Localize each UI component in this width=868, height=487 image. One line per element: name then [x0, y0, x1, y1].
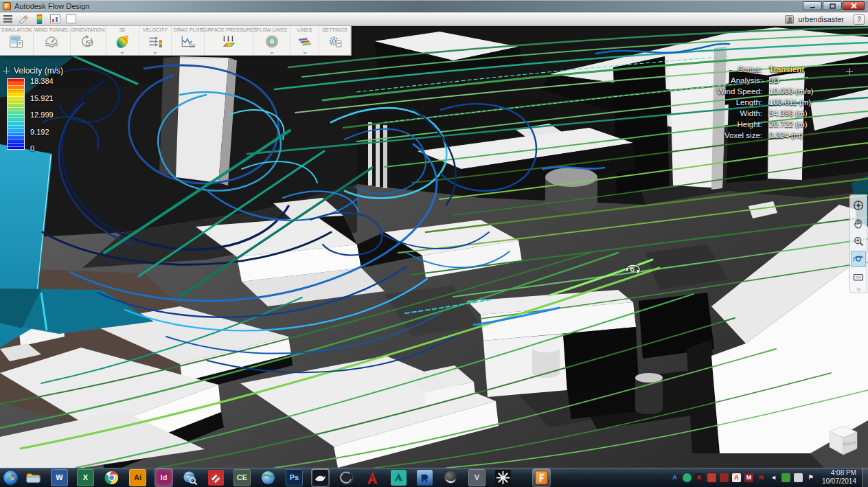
surface-pressures-icon — [220, 33, 237, 51]
chrome-taskbar-icon[interactable] — [103, 469, 120, 486]
indesign-taskbar-icon[interactable]: Id — [155, 469, 172, 486]
volume-tray-icon[interactable]: ◄ — [769, 473, 778, 482]
info-label: Status: — [678, 65, 762, 73]
view-cube[interactable]: RIGHT — [821, 420, 864, 466]
spray-icon[interactable] — [18, 14, 30, 24]
cityengine-taskbar-icon[interactable]: CE — [233, 469, 251, 486]
m-tray-icon[interactable]: M — [744, 473, 753, 482]
info-value: 20.722 (m) — [769, 120, 841, 128]
colorbar-icon[interactable] — [34, 14, 45, 24]
tab-label: WIND TUNNEL — [34, 27, 69, 32]
menu-icon[interactable] — [2, 14, 14, 24]
legend-title: Velocity (m/s) — [14, 66, 63, 76]
app-glyph: W — [51, 469, 68, 486]
revit-taskbar-icon[interactable] — [416, 469, 433, 486]
info-label: Length: — [678, 98, 762, 106]
move-handle-icon[interactable] — [3, 67, 10, 74]
audio-red-tray-icon[interactable] — [720, 473, 729, 482]
tab-label: FLOW LINES — [257, 27, 287, 32]
quick-access-toolbar — [2, 14, 77, 24]
earth-search-taskbar-icon[interactable] — [181, 469, 198, 486]
tab-wind-tunnel[interactable]: WIND TUNNEL — [34, 26, 71, 55]
n-tray-icon[interactable]: N — [757, 473, 766, 482]
info-value: Transient — [769, 65, 841, 73]
pin-tray-icon[interactable] — [707, 473, 716, 482]
acrobat-tray-icon[interactable]: A — [732, 473, 741, 482]
illustrator-taskbar-icon[interactable]: Ai — [129, 469, 146, 486]
start-button[interactable] — [2, 469, 19, 486]
starburst-taskbar-icon[interactable] — [494, 469, 512, 486]
dark-sphere-taskbar-icon[interactable] — [442, 469, 459, 486]
username-label[interactable]: urbendisaster — [798, 15, 844, 23]
eco-tray-icon[interactable] — [781, 473, 790, 482]
app-glyph: Ps — [286, 469, 303, 486]
word-taskbar-icon[interactable]: W — [51, 469, 68, 486]
user-avatar[interactable] — [785, 15, 794, 24]
tab-orientation[interactable]: ORIENTATION — [71, 26, 106, 55]
tab-lines[interactable]: LINES — [290, 26, 319, 55]
tab-settings[interactable]: SETTINGS — [319, 26, 351, 55]
app-glyph: Ai — [129, 469, 146, 486]
rhino-taskbar-icon[interactable] — [312, 469, 329, 486]
google-earth-taskbar-icon[interactable] — [260, 469, 277, 486]
sketchup-taskbar-icon[interactable] — [207, 469, 225, 486]
autodesk-tray-icon[interactable]: A — [670, 473, 679, 482]
chart-icon[interactable] — [49, 14, 61, 24]
ribbon-toolbar: SIMULATIONWIND TUNNELORIENTATION3DVELOCI… — [0, 26, 352, 56]
info-value: 103.611 (m) — [769, 98, 841, 106]
steering-wheel-icon[interactable] — [851, 197, 866, 214]
legend-colorbar — [7, 78, 25, 150]
info-value: 54.396 (m) — [769, 109, 841, 117]
maximize-button[interactable] — [823, 1, 842, 10]
app-glyph: V — [468, 469, 486, 486]
legend-tick: 12.999 — [30, 111, 54, 119]
3dsmax-taskbar-icon[interactable] — [390, 469, 407, 486]
tab-velocity[interactable]: VELOCITY — [139, 26, 172, 55]
info-label: Width: — [678, 109, 762, 117]
look-at-icon[interactable] — [851, 269, 866, 285]
vray-taskbar-icon[interactable]: V — [468, 469, 486, 486]
close-button[interactable] — [843, 1, 865, 10]
autocad-taskbar-icon[interactable] — [364, 469, 381, 486]
taskbar: WXAiIdCEPsV AKAMN◄⚑ 4:08 PM 10/07/2014 — [0, 468, 868, 487]
orbit-icon[interactable] — [851, 251, 866, 267]
tab-flow-lines[interactable]: FLOW LINES — [253, 26, 290, 55]
pan-hand-icon[interactable] — [851, 215, 866, 231]
info-label: Height: — [678, 120, 762, 128]
tab-label: DRAG PLOT — [174, 27, 203, 32]
legend-tick: 9.192 — [30, 128, 54, 136]
new-window-icon[interactable] — [65, 14, 77, 24]
chevron-down-icon — [120, 52, 124, 54]
taskbar-clock[interactable]: 4:08 PM 10/07/2014 — [822, 469, 856, 486]
explorer-taskbar-icon[interactable] — [25, 469, 42, 486]
tab-label: SETTINGS — [322, 27, 347, 32]
svg-text:Cd: Cd — [189, 43, 195, 48]
tab-label: LINES — [297, 27, 312, 32]
move-handle-icon[interactable] — [846, 68, 853, 75]
excel-taskbar-icon[interactable]: X — [77, 469, 94, 486]
photoshop-taskbar-icon[interactable]: Ps — [286, 469, 303, 486]
snip-tray-icon[interactable]: K — [695, 473, 704, 482]
tab-simulation[interactable]: SIMULATION — [0, 26, 34, 55]
simulation-icon — [8, 33, 25, 51]
legend-tick: 0 — [30, 144, 54, 152]
tab-surface-pressures[interactable]: SURFACE PRESSURES — [205, 26, 253, 55]
velocity-icon — [147, 33, 163, 51]
flag-tray-icon[interactable]: ⚑ — [806, 473, 815, 482]
velocity-legend[interactable]: Velocity (m/s) 18.38415.92112.9999.1920 — [3, 66, 63, 152]
navbar-options-dot[interactable] — [857, 288, 860, 291]
zoom-icon[interactable] — [851, 233, 866, 249]
display-tray-icon[interactable] — [794, 473, 803, 482]
help-button[interactable]: ? — [854, 14, 865, 25]
settings-icon — [327, 33, 343, 51]
chevron-down-icon — [153, 52, 157, 54]
chevron-down-icon — [270, 52, 274, 54]
globe-tray-icon[interactable] — [683, 473, 692, 482]
tab-3d[interactable]: 3D — [106, 26, 139, 55]
cinema4d-taskbar-icon[interactable] — [338, 469, 355, 486]
flow-design-taskbar-icon[interactable] — [533, 469, 550, 486]
minimize-button[interactable] — [803, 1, 822, 10]
tab-drag-plot[interactable]: DRAG PLOTCd — [172, 26, 205, 55]
show-desktop-button[interactable] — [862, 468, 868, 487]
orientation-icon — [80, 33, 96, 51]
